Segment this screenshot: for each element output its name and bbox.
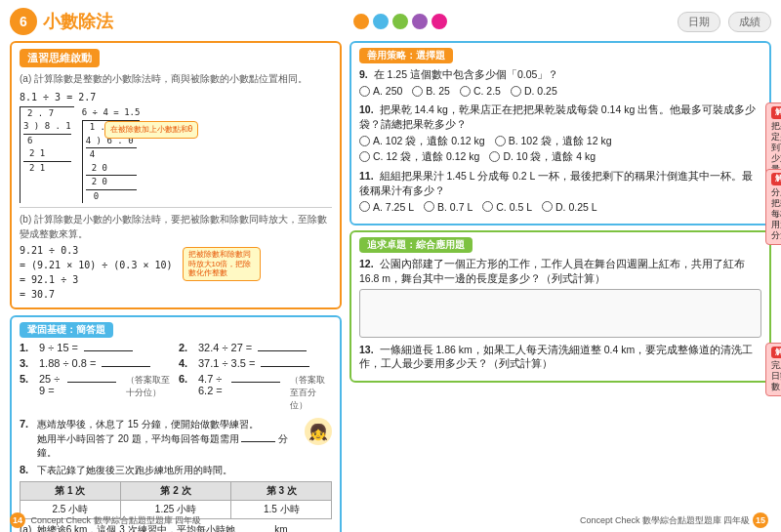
tip1-text: 把果乾的袋數必定是整數數；顧到下的袋子必定少於每袋的重量。: [771, 121, 781, 175]
annotation-box: 在被除數加上小數點和0: [104, 121, 199, 139]
nav-circle-2[interactable]: [373, 14, 389, 29]
right-column: 善用策略：選擇題 9. 在 1.25 這個數中包含多少個「0.05」？ A. 2…: [349, 41, 771, 518]
strategy-section: 善用策略：選擇題 9. 在 1.25 這個數中包含多少個「0.05」？ A. 2…: [349, 41, 771, 225]
p2-num: 2.: [179, 342, 192, 353]
q10-num: 10.: [359, 103, 374, 115]
q10-option-c[interactable]: C. 12 袋，遺餘 0.12 kg: [359, 149, 479, 164]
date-tag: 日期: [678, 12, 720, 32]
p3-num: 3.: [20, 357, 33, 369]
footer-left-text: Concept Check 數學綜合點題型題庫: [31, 515, 173, 525]
q9-radio-b[interactable]: [412, 86, 423, 97]
tip-box-2: 解題貼士 分成整數杯後，把剩下的分加上每杯的分量；使用選擇積果汁的分量。: [765, 169, 781, 245]
q13-num: 13.: [359, 344, 374, 355]
q11-option-b[interactable]: B. 0.7 L: [424, 200, 473, 215]
tip-box-1: 解題貼士 把果乾的袋數必定是整數數；顧到下的袋子必定少於每袋的重量。: [765, 102, 781, 179]
integrated-title-bar: 追求卓題：綜合應用題: [359, 237, 761, 253]
q11-num: 11.: [359, 170, 374, 182]
q10-radio-a[interactable]: [359, 136, 370, 146]
q10-options-2: C. 12 袋，遺餘 0.12 kg D. 10 袋，遺餘 4 kg: [359, 149, 761, 164]
nav-circle-5[interactable]: [432, 14, 447, 29]
footer-grade-left: 四年級: [175, 515, 201, 525]
tip2-text: 分成整數杯後，把剩下的分加上每杯的分量；使用選擇積果汁的分量。: [771, 187, 781, 241]
q10-option-a[interactable]: A. 102 袋，遺餘 0.12 kg: [359, 134, 485, 148]
q10-option-d[interactable]: D. 10 袋，遺餘 4 kg: [489, 149, 596, 164]
q10-text: 把果乾 14.4 kg，乾果店正在把把果乾裝成每袋 0.14 kg 出售。他最多…: [359, 103, 756, 130]
q11-label-d: D. 0.25 L: [555, 200, 597, 215]
strategy-title-bar: 善用策略：選擇題: [359, 48, 761, 63]
solid-title-bar: 鞏固基礎：簡答題: [20, 322, 332, 338]
table-header-2: 第 2 次: [120, 482, 231, 501]
q11-option-d[interactable]: D. 0.25 L: [542, 200, 597, 215]
q13-text: 一條細道長 1.86 km，如果工人每天清洗細道整 0.4 km，要完成整條道的…: [359, 344, 753, 370]
q11-label-b: B. 0.7 L: [437, 200, 473, 215]
header: 6 小數除法 日期 成績: [10, 8, 771, 35]
q9-label-c: C. 2.5: [473, 84, 501, 99]
q9-radio-c[interactable]: [460, 86, 471, 97]
q12-num: 12.: [359, 258, 374, 269]
example1: 8.1 ÷ 3 = 2.7 2 . 7 3 ) 8 . 1 6 2 1 2 1 …: [20, 90, 140, 204]
p5-note: （答案取至十分位）: [126, 374, 173, 399]
q9-radio-d[interactable]: [511, 86, 521, 97]
q11-radio-d[interactable]: [542, 201, 553, 212]
tip3-title: 解題貼士: [771, 347, 781, 358]
p6-expr: 4.7 ÷ 6.2 =: [198, 373, 226, 396]
nav-circle-1[interactable]: [353, 14, 369, 29]
tip-box-3: 解題貼士 完成清洗工作的日數必定是整數數。: [765, 343, 781, 397]
q10-option-b[interactable]: B. 102 袋，遺餘 12 kg: [495, 134, 612, 148]
q10-radio-d[interactable]: [489, 151, 500, 162]
p5-answer[interactable]: [67, 382, 116, 383]
p6-answer[interactable]: [231, 382, 280, 383]
q11-radio-a[interactable]: [359, 201, 370, 212]
footer-right: Concept Check 數學綜合點題型題庫 四年級 15: [580, 512, 771, 528]
nav-circle-4[interactable]: [412, 14, 428, 29]
footer-grade-right: 四年級: [723, 515, 750, 525]
problem-1: 1. 9 ÷ 15 =: [20, 342, 173, 353]
p4-num: 4.: [179, 357, 192, 369]
q9-option-d[interactable]: D. 0.25: [511, 84, 557, 99]
recall-title: 溫習思維啟動: [20, 49, 100, 67]
annotation-box-b: 把被除數和除數同時放大10倍，把除數化作整數: [183, 247, 261, 281]
q11-radio-c[interactable]: [482, 201, 493, 212]
p2-answer[interactable]: [258, 350, 307, 351]
table-header-1: 第 1 次: [21, 482, 121, 501]
q9-num: 9.: [359, 68, 368, 80]
q9-text: 在 1.25 這個數中包含多少個「0.05」？: [374, 68, 559, 80]
q9-option-b[interactable]: B. 25: [412, 84, 450, 99]
tip3-text: 完成清洗工作的日數必定是整數數。: [771, 360, 781, 392]
nav-circle-3[interactable]: [392, 14, 408, 29]
q9-radio-a[interactable]: [359, 86, 370, 97]
q11-label-c: C. 0.5 L: [496, 200, 532, 215]
q10-radio-b[interactable]: [495, 136, 506, 146]
tip1-title: 解題貼士: [771, 106, 781, 118]
chapter-title: 小數除法: [43, 10, 113, 33]
problem-7-row: 7. 惠靖放學後，休息了 15 分鐘，便開始做數學練習。 她用半小時回答了 20…: [20, 418, 332, 460]
main-content: 溫習思維啟動 (a) 計算除數是整數的小數除法時，商與被除數的小數點位置相同。 …: [10, 41, 771, 518]
nav-circles: [133, 14, 668, 29]
q9-option-a[interactable]: A. 250: [359, 84, 402, 99]
recall-part-b-content: 9.21 ÷ 0.3 = (9.21 × 10) ÷ (0.3 × 10) = …: [20, 243, 332, 302]
table-header-3: 第 3 次: [231, 482, 332, 501]
q10-options: A. 102 袋，遺餘 0.12 kg B. 102 袋，遺餘 12 kg: [359, 134, 761, 148]
q9-option-c[interactable]: C. 2.5: [460, 84, 501, 99]
p7-content: 惠靖放學後，休息了 15 分鐘，便開始做數學練習。 她用半小時回答了 20 題，…: [37, 418, 301, 460]
footer-right-text: Concept Check 數學綜合點題型題庫: [580, 515, 721, 525]
integrated-section: 追求卓題：綜合應用題 12. 公園內部建了一個正方形的工作，工作人員在舞台四週圍…: [349, 230, 771, 383]
tip2-title: 解題貼士: [771, 173, 781, 184]
q12-answer-area[interactable]: [359, 289, 761, 338]
p3-answer[interactable]: [102, 366, 150, 367]
p8-header-row: 8. 下表記錄了她復後三次跑步練地所用的時間。: [20, 464, 332, 477]
problem-2: 2. 32.4 ÷ 27 =: [179, 342, 332, 353]
p7-answer[interactable]: [241, 441, 275, 442]
strategy-title: 善用策略：選擇題: [359, 48, 453, 63]
problem-3: 3. 1.88 ÷ 0.8 =: [20, 357, 173, 369]
q11-radio-b[interactable]: [424, 201, 434, 212]
q11-option-c[interactable]: C. 0.5 L: [482, 200, 532, 215]
q10-radio-c[interactable]: [359, 151, 370, 162]
p4-answer[interactable]: [261, 366, 309, 367]
q11-text: 組組把果果汁 1.45 L 分成每 0.2 L 一杯，最後把剩下的稱果汁倒進其中…: [359, 170, 753, 196]
p1-answer[interactable]: [84, 350, 133, 351]
q11-option-a[interactable]: A. 7.25 L: [359, 200, 414, 215]
q9-label-d: D. 0.25: [524, 84, 557, 99]
problem-4: 4. 37.1 ÷ 3.5 =: [179, 357, 332, 369]
question-9: 9. 在 1.25 這個數中包含多少個「0.05」？ A. 250 B. 25 …: [359, 67, 761, 98]
